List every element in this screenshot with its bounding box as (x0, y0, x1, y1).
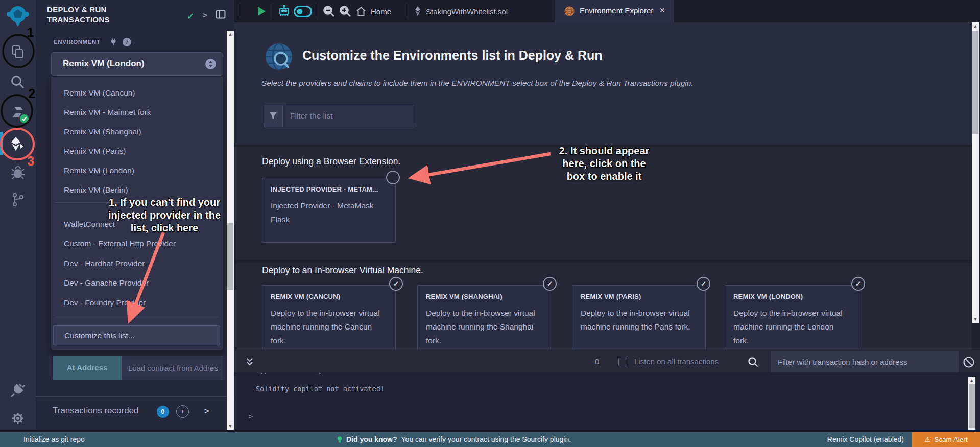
env-option[interactable]: Remix VM (Cancun) (51, 83, 223, 103)
provider-card-remix-vm-shanghai[interactable]: REMIX VM (SHANGHAI) Deploy to the in-bro… (417, 285, 551, 350)
env-option[interactable]: Dev - Ganache Provider (51, 273, 223, 293)
terminal-line: Solidity copilot not activated! (256, 385, 385, 393)
env-option[interactable]: Remix VM (Berlin) (51, 180, 223, 200)
card-title: INJECTED PROVIDER - METAM... (271, 185, 380, 193)
toolbar-divider (273, 3, 273, 19)
environment-selected-value: Remix VM (London) (63, 53, 145, 75)
toolbar-divider (240, 3, 240, 19)
tip-bold: Did you know? (346, 432, 397, 447)
env-info-icon[interactable]: i (123, 38, 131, 46)
provider-checkbox-checked[interactable]: ✓ (697, 277, 710, 291)
collapse-terminal-icon[interactable] (246, 358, 254, 367)
listen-transactions-checkbox[interactable] (618, 358, 627, 366)
tip-text: You can verify your contract using the S… (401, 432, 571, 447)
file-explorer-icon[interactable] (0, 44, 36, 60)
transactions-expand-icon[interactable]: > (204, 407, 209, 416)
provider-card-remix-vm-london[interactable]: REMIX VM (LONDON) Deploy to the in-brows… (725, 285, 858, 350)
git-branch-icon[interactable] (0, 192, 36, 207)
tab-environment-explorer[interactable]: Environment Explorer ✕ (555, 0, 674, 22)
scroll-up-arrow[interactable]: ▲ (227, 31, 234, 38)
provider-card-remix-vm-paris[interactable]: REMIX VM (PARIS) Deploy to the in-browse… (572, 285, 706, 350)
env-option[interactable]: Remix VM (Shanghai) (51, 122, 223, 142)
transaction-count: 0 (595, 357, 599, 366)
remix-logo-icon (6, 4, 30, 29)
env-plug-icon[interactable] (109, 38, 117, 46)
scroll-down-arrow[interactable]: ▼ (972, 316, 979, 323)
transactions-info-icon[interactable]: i (176, 405, 189, 418)
section-title: Deploy using a Browser Extension. (262, 156, 400, 167)
env-option[interactable]: Dev - Foundry Provider (51, 293, 223, 313)
globe-search-icon (265, 42, 293, 71)
settings-gear-icon[interactable] (0, 411, 36, 426)
tab-file[interactable]: StakingWithWhitelist.sol (414, 6, 508, 16)
run-script-play-icon[interactable] (257, 6, 266, 16)
card-title: REMIX VM (CANCUN) (271, 293, 340, 300)
status-bar: Initialize as git repo Did you know? You… (0, 430, 980, 447)
dropdown-divider (55, 317, 219, 317)
panel-scrollbar[interactable]: ▲ ▼ (227, 31, 234, 430)
scroll-up-arrow[interactable]: ▲ (972, 22, 979, 30)
filter-list-input[interactable] (283, 105, 414, 127)
env-option[interactable]: Remix VM (Paris) (51, 142, 223, 161)
plugin-manager-icon[interactable] (0, 382, 36, 398)
tab-home-label: Home (371, 7, 391, 16)
scroll-up-arrow[interactable]: ▲ (968, 377, 975, 384)
env-option[interactable]: Remix VM (London) (51, 161, 223, 180)
ai-toggle-icon[interactable] (294, 6, 312, 17)
customize-list-item[interactable]: Customize this list... (53, 325, 220, 345)
scroll-down-arrow[interactable]: ▼ (227, 422, 234, 430)
filter-funnel-icon (264, 105, 283, 127)
main-scrollbar[interactable]: ▲ ▼ (972, 22, 979, 323)
card-description: Deploy to the in-browser virtual machine… (271, 306, 386, 347)
remix-logo[interactable] (0, 4, 36, 29)
remix-ai-robot-icon[interactable] (277, 5, 291, 18)
provider-checkbox-checked[interactable]: ✓ (851, 277, 865, 291)
init-git-repo-button[interactable]: Initialize as git repo (23, 432, 85, 447)
deploy-run-icon[interactable] (0, 136, 36, 152)
scrollbar-thumb[interactable] (972, 31, 978, 134)
scam-alert-button[interactable]: ⚠ Scam Alert (912, 432, 980, 447)
provider-checkbox-unchecked[interactable] (386, 171, 400, 184)
bulb-icon (337, 436, 342, 443)
search-icon[interactable] (0, 74, 36, 90)
tab-home[interactable]: Home (356, 6, 391, 16)
block-icon[interactable] (963, 356, 975, 368)
environment-label: ENVIRONMENT (54, 39, 101, 45)
env-option[interactable]: WalletConnect (51, 215, 223, 234)
terminal-scrollbar[interactable]: ▲ (968, 377, 975, 432)
zoom-in-icon[interactable] (339, 5, 352, 18)
env-option[interactable]: Remix VM - Mainnet fork (51, 103, 223, 122)
provider-card-injected-metamask[interactable]: INJECTED PROVIDER - METAM... Injected Pr… (262, 178, 396, 243)
provider-checkbox-checked[interactable]: ✓ (543, 277, 557, 291)
panel-chevron-icon[interactable]: > (203, 11, 207, 19)
terminal-prompt: > (249, 412, 253, 420)
terminal: Type the library name to see available c… (234, 350, 980, 432)
scrollbar-thumb[interactable] (227, 223, 233, 290)
pin-panel-icon[interactable] (216, 10, 226, 19)
provider-card-remix-vm-cancun[interactable]: REMIX VM (CANCUN) Deploy to the in-brows… (262, 285, 396, 350)
dropdown-divider (55, 202, 219, 203)
tab-active-label: Environment Explorer (580, 6, 653, 15)
zoom-out-icon[interactable] (322, 5, 336, 18)
provider-checkbox-checked[interactable]: ✓ (389, 277, 403, 291)
copilot-status[interactable]: Remix Copilot (enabled) (827, 432, 904, 447)
at-address-button[interactable]: At Address (53, 356, 122, 380)
card-description: Injected Provider - MetaMask Flask (271, 199, 378, 226)
terminal-search-icon[interactable] (748, 357, 758, 367)
at-address-input[interactable] (122, 356, 223, 380)
environment-select[interactable]: Remix VM (London) (51, 52, 223, 76)
solidity-icon (414, 6, 421, 16)
env-option[interactable]: Dev - Hardhat Provider (51, 254, 223, 273)
tab-bar: Home StakingWithWhitelist.sol Environmen (234, 0, 980, 22)
close-tab-icon[interactable]: ✕ (659, 6, 665, 14)
card-description: Deploy to the in-browser virtual machine… (426, 306, 541, 347)
explorer-header-block: Customize the Environments list in Deplo… (234, 22, 972, 145)
env-option[interactable]: Custom - External Http Provider (51, 234, 223, 253)
terminal-filter-input[interactable] (771, 351, 959, 372)
panel-divider (36, 396, 234, 397)
debugger-icon[interactable] (0, 165, 36, 180)
card-title: REMIX VM (SHANGHAI) (426, 293, 503, 300)
card-description: Deploy to the in-browser virtual machine… (733, 306, 848, 347)
scrollbar-thumb[interactable] (969, 384, 975, 428)
card-title: REMIX VM (LONDON) (733, 293, 803, 300)
